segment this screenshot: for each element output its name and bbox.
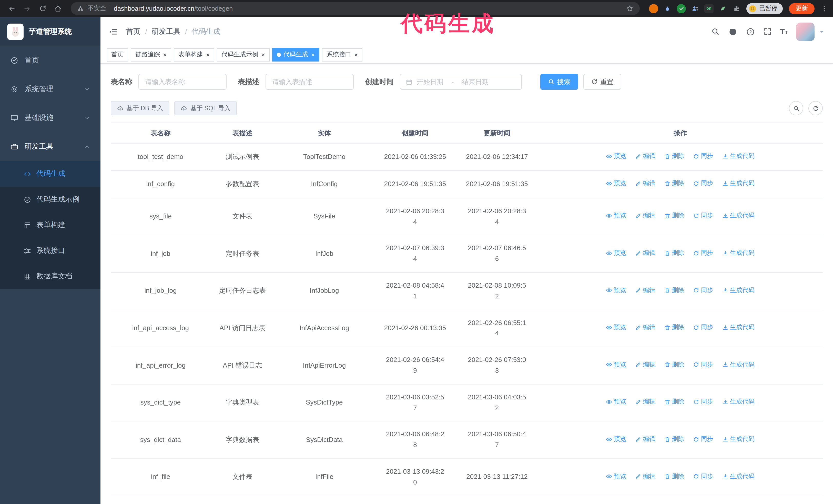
search-icon[interactable] [711, 27, 719, 36]
extension-leaf-icon[interactable] [718, 4, 728, 13]
update-button[interactable]: 更新 [789, 3, 814, 14]
reload-icon[interactable] [36, 2, 49, 15]
preview-link[interactable]: 预览 [606, 248, 626, 258]
generate-code-link[interactable]: 生成代码 [722, 360, 755, 370]
forward-icon[interactable] [21, 2, 34, 15]
reset-button[interactable]: 重置 [584, 74, 621, 90]
delete-link[interactable]: 删除 [664, 285, 684, 295]
sync-link[interactable]: 同步 [693, 434, 713, 444]
generate-code-link[interactable]: 生成代码 [722, 151, 755, 161]
close-icon[interactable]: × [261, 51, 265, 58]
back-icon[interactable] [5, 2, 19, 15]
edit-link[interactable]: 编辑 [635, 322, 655, 332]
tag-codegen[interactable]: 代码生成 × [272, 48, 319, 61]
delete-link[interactable]: 删除 [664, 151, 684, 161]
search-button[interactable]: 搜索 [540, 74, 578, 90]
tag-form-builder[interactable]: 表单构建 × [174, 48, 214, 61]
table-name-input[interactable] [138, 74, 227, 90]
sidebar-item-api[interactable]: 系统接口 [0, 238, 100, 264]
generate-code-link[interactable]: 生成代码 [722, 397, 755, 407]
sync-link[interactable]: 同步 [693, 151, 713, 161]
bookmark-star-icon[interactable] [626, 5, 634, 12]
sync-link[interactable]: 同步 [693, 472, 713, 481]
date-range-picker[interactable]: 开始日期 - 结束日期 [400, 74, 522, 90]
edit-link[interactable]: 编辑 [635, 285, 655, 295]
font-size-icon[interactable]: TT [780, 28, 788, 35]
preview-link[interactable]: 预览 [606, 397, 626, 407]
preview-link[interactable]: 预览 [606, 211, 626, 221]
delete-link[interactable]: 删除 [664, 248, 684, 258]
tag-api[interactable]: 系统接口 × [322, 48, 362, 61]
preview-link[interactable]: 预览 [606, 179, 626, 188]
preview-link[interactable]: 预览 [606, 322, 626, 332]
delete-link[interactable]: 删除 [664, 360, 684, 370]
sidebar-item-devtools[interactable]: 研发工具 [0, 132, 100, 161]
tag-tracing[interactable]: 链路追踪 × [131, 48, 171, 61]
edit-link[interactable]: 编辑 [635, 151, 655, 161]
edit-link[interactable]: 编辑 [635, 360, 655, 370]
generate-code-link[interactable]: 生成代码 [722, 472, 755, 481]
extension-check-icon[interactable] [677, 4, 686, 13]
sidebar-item-db-doc[interactable]: 数据库文档 [0, 264, 100, 289]
tag-codegen-example[interactable]: 代码生成示例 × [217, 48, 270, 61]
generate-code-link[interactable]: 生成代码 [722, 179, 755, 188]
edit-link[interactable]: 编辑 [635, 434, 655, 444]
sidebar-item-home[interactable]: 首页 [0, 46, 100, 75]
sidebar-fold-icon[interactable] [109, 27, 118, 36]
sync-link[interactable]: 同步 [693, 322, 713, 332]
generate-code-link[interactable]: 生成代码 [722, 285, 755, 295]
extension-puzzle-icon[interactable] [732, 4, 741, 13]
toggle-search-button[interactable] [789, 101, 803, 115]
delete-link[interactable]: 删除 [664, 472, 684, 481]
close-icon[interactable]: × [206, 51, 210, 58]
import-db-button[interactable]: 基于 DB 导入 [111, 101, 169, 115]
browser-menu-icon[interactable] [821, 4, 828, 13]
preview-link[interactable]: 预览 [606, 434, 626, 444]
sync-link[interactable]: 同步 [693, 248, 713, 258]
refresh-table-button[interactable] [808, 101, 823, 115]
delete-link[interactable]: 删除 [664, 434, 684, 444]
close-icon[interactable]: × [163, 51, 167, 58]
sync-link[interactable]: 同步 [693, 397, 713, 407]
sync-link[interactable]: 同步 [693, 179, 713, 188]
preview-link[interactable]: 预览 [606, 472, 626, 481]
sync-link[interactable]: 同步 [693, 285, 713, 295]
breadcrumb-home[interactable]: 首页 [126, 27, 140, 36]
generate-code-link[interactable]: 生成代码 [722, 322, 755, 332]
sidebar-item-form-builder[interactable]: 表单构建 [0, 212, 100, 238]
preview-link[interactable]: 预览 [606, 151, 626, 161]
tag-home[interactable]: 首页 [106, 48, 128, 61]
sync-link[interactable]: 同步 [693, 211, 713, 221]
extension-drop-icon[interactable] [663, 4, 672, 13]
edit-link[interactable]: 编辑 [635, 397, 655, 407]
home-icon[interactable] [51, 2, 65, 15]
generate-code-link[interactable]: 生成代码 [722, 434, 755, 444]
delete-link[interactable]: 删除 [664, 397, 684, 407]
sidebar-item-infra[interactable]: 基础设施 [0, 103, 100, 132]
edit-link[interactable]: 编辑 [635, 179, 655, 188]
generate-code-link[interactable]: 生成代码 [722, 211, 755, 221]
generate-code-link[interactable]: 生成代码 [722, 248, 755, 258]
delete-link[interactable]: 删除 [664, 179, 684, 188]
edit-link[interactable]: 编辑 [635, 211, 655, 221]
close-icon[interactable]: × [354, 51, 358, 58]
sidebar-item-codegen-example[interactable]: 代码生成示例 [0, 187, 100, 212]
user-avatar[interactable] [796, 22, 814, 41]
close-icon[interactable]: × [311, 51, 315, 58]
sync-link[interactable]: 同步 [693, 360, 713, 370]
app-logo[interactable]: 芋道管理系统 [0, 17, 100, 46]
edit-link[interactable]: 编辑 [635, 248, 655, 258]
import-sql-button[interactable]: 基于 SQL 导入 [174, 101, 237, 115]
address-bar[interactable]: 不安全 dashboard.yudao.iocoder.cn/tool/code… [71, 2, 640, 15]
preview-link[interactable]: 预览 [606, 360, 626, 370]
extension-lion-icon[interactable] [649, 4, 658, 13]
table-desc-input[interactable] [265, 74, 354, 90]
extension-onscreen-icon[interactable]: on [704, 4, 714, 13]
github-icon[interactable] [728, 27, 737, 37]
delete-link[interactable]: 删除 [664, 322, 684, 332]
fullscreen-icon[interactable] [763, 27, 772, 36]
sidebar-item-codegen[interactable]: 代码生成 [0, 161, 100, 187]
preview-link[interactable]: 预览 [606, 285, 626, 295]
delete-link[interactable]: 删除 [664, 211, 684, 221]
avatar-caret-down-icon[interactable] [819, 28, 825, 34]
